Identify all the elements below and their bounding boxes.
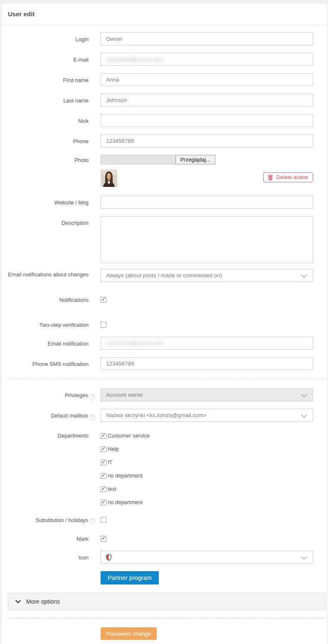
section-divider [8,618,325,619]
last-name-label: Last name [2,94,96,107]
login-label: Login [2,32,96,45]
email-notifications-value: Always (about posts I made or commented … [106,272,222,278]
delete-avatar-button[interactable]: Delete avatar [263,172,313,182]
partner-program-row: Partner program [2,571,328,584]
password-change-button[interactable]: Password change [101,627,157,640]
substitution-checkbox[interactable] [101,517,106,523]
default-mailbox-label: Default mailbox [51,413,88,419]
email-notification-input[interactable]: xxxxxxxx@xxxxx.xxx [101,337,313,350]
mark-label: Mark [2,536,96,543]
website-input[interactable] [101,196,313,209]
privileges-select[interactable]: Account owner [101,388,313,401]
field-row-last-name: Last name [2,94,328,107]
redacted-email-notification-value: xxxxxxxx@xxxxx.xxx [106,340,164,346]
field-row-description: Description [2,216,328,263]
field-row-photo: Photo Przeglądaj... [2,155,328,164]
nick-input[interactable] [101,114,313,127]
description-label: Description [2,216,96,263]
privileges-label-wrap: Privileges? [2,388,96,401]
help-icon[interactable]: ? [89,415,96,421]
email-label: E-mail [2,53,96,66]
two-step-label: Two-step verification [2,322,96,329]
field-row-nick: Nick [2,114,328,127]
description-textarea[interactable] [101,216,313,263]
section-divider [8,379,325,379]
department-label: no department [108,499,143,505]
phone-sms-label: Phone SMS notification [2,357,96,370]
field-row-two-step: Two-step verification [2,322,328,329]
first-name-label: First name [2,73,96,86]
email-notifications-label: Email notifications about changes [2,269,96,282]
partner-program-button[interactable]: Partner program [101,571,159,584]
department-checkbox-customer-service[interactable] [101,433,106,439]
email-notification-label: Email notification [2,337,96,350]
more-options-toggle[interactable]: More options [8,593,326,610]
phone-sms-input[interactable] [101,357,313,370]
chevron-down-bold-icon [15,600,21,604]
department-checkbox-test[interactable] [101,486,106,492]
default-mailbox-label-wrap: Default mailbox? [2,409,96,422]
photo-label: Photo [2,155,96,164]
delete-avatar-label: Delete avatar [276,174,308,180]
notifications-checkbox[interactable] [101,297,106,303]
page-title: User edit [2,3,328,25]
password-change-row: Password change [2,627,328,640]
two-step-checkbox[interactable] [101,322,106,328]
notifications-label: Notifications [2,297,96,304]
default-mailbox-select[interactable]: Nazwa skrzynki <ks.lomza@gmail.com> [101,409,313,422]
icon-label: Icon [2,551,96,564]
substitution-label-wrap: Substitution / holidays? [2,517,96,524]
icon-select[interactable] [101,551,313,564]
redacted-email-value: xxxxxxxx@xxxxx.xxx [106,56,164,62]
chevron-down-icon [301,394,307,398]
department-item: test [101,486,313,492]
field-row-notifications: Notifications [2,297,328,304]
avatar-row: Delete avatar [2,169,328,187]
field-row-website: Website / blog [2,196,328,209]
field-row-login: Login [2,32,328,45]
department-label: Help [108,446,119,452]
default-mailbox-value: Nazwa skrzynki <ks.lomza@gmail.com> [106,412,207,418]
field-row-default-mailbox: Default mailbox? Nazwa skrzynki <ks.lomz… [2,409,328,422]
department-item: no department [101,499,313,505]
department-checkbox-help[interactable] [101,446,106,452]
browse-button[interactable]: Przeglądaj... [175,155,215,164]
login-input[interactable] [101,32,313,45]
privileges-label: Privileges [65,392,88,398]
chevron-down-icon [301,556,307,560]
departments-label: Departments [2,433,96,512]
nick-label: Nick [2,114,96,127]
field-row-email-notifications: Email notifications about changes Always… [2,269,328,282]
file-input-field[interactable] [101,155,175,164]
field-row-icon: Icon [2,551,328,564]
privileges-value: Account owner [106,392,143,398]
user-edit-form: Login E-mail xxxxxxxx@xxxxx.xxx First na… [2,25,328,644]
field-row-email-notification: Email notification xxxxxxxx@xxxxx.xxx [2,337,328,350]
field-row-email: E-mail xxxxxxxx@xxxxx.xxx [2,53,328,66]
mark-checkbox[interactable] [101,536,106,542]
field-row-phone: Phone [2,134,328,147]
website-label: Website / blog [2,196,96,209]
photo-file-input[interactable]: Przeglądaj... [101,155,215,164]
email-input[interactable]: xxxxxxxx@xxxxx.xxx [101,53,313,66]
department-checkbox-it[interactable] [101,460,106,465]
field-row-first-name: First name [2,73,328,86]
phone-label: Phone [2,134,96,147]
department-checkbox-no-department[interactable] [101,473,106,479]
field-row-mark: Mark [2,536,328,543]
department-label: test [108,486,116,492]
substitution-label: Substitution / holidays [36,517,88,523]
first-name-input[interactable] [101,73,313,86]
email-notifications-select[interactable]: Always (about posts I made or commented … [101,269,313,282]
department-item: Customer service [101,433,313,439]
help-icon[interactable]: ? [89,394,96,400]
department-label: Customer service [108,433,150,439]
trash-icon [268,174,273,180]
help-icon[interactable]: ? [89,518,96,525]
phone-input[interactable] [101,134,313,147]
chevron-down-icon [301,274,307,278]
last-name-input[interactable] [101,94,313,107]
department-checkbox-no-department-2[interactable] [101,500,106,505]
avatar [101,169,117,187]
chevron-down-icon [301,414,307,418]
